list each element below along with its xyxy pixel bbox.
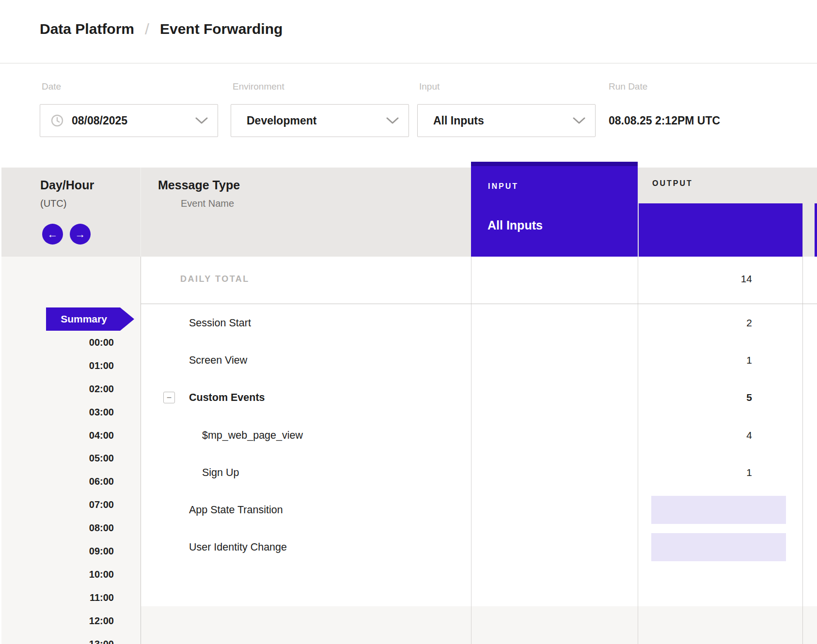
day-hour-header: Day/Hour xyxy=(40,178,94,192)
table-row: Session Start22 xyxy=(141,304,817,341)
hour-label[interactable]: 13:00 xyxy=(0,633,114,644)
input-group-label: INPUT xyxy=(488,182,518,191)
table-row: User Identity Change20 xyxy=(141,529,817,566)
chevron-down-icon xyxy=(386,117,399,124)
row-label: Custom Events xyxy=(189,392,265,404)
hour-label[interactable]: 02:00 xyxy=(0,378,114,401)
daily-total-label: DAILY TOTAL xyxy=(180,274,250,284)
output-value: 0 xyxy=(638,541,817,553)
hour-label[interactable]: 11:00 xyxy=(0,586,114,610)
output-value: 1 xyxy=(638,354,817,366)
date-filter-value: 08/08/2025 xyxy=(72,114,127,127)
event-name-subtitle: Event Name xyxy=(181,198,234,209)
table-rows: Session Start22Screen View11−Custom Even… xyxy=(141,304,817,566)
arrow-right-icon: → xyxy=(75,228,86,241)
environment-filter-value: Development xyxy=(247,114,316,127)
collapse-minus-icon[interactable]: − xyxy=(163,392,175,403)
date-filter-select[interactable]: 08/08/2025 xyxy=(40,104,218,137)
date-filter-label: Date xyxy=(42,81,61,92)
message-type-header: Message Type xyxy=(158,178,240,192)
breadcrumb-section[interactable]: Data Platform xyxy=(40,21,134,37)
hour-label[interactable]: 07:00 xyxy=(0,493,114,517)
run-date-value: 08.08.25 2:12PM UTC xyxy=(609,114,720,127)
table-row: −Custom Events55 xyxy=(141,379,817,416)
column-divider xyxy=(141,168,141,257)
hour-label[interactable]: 09:00 xyxy=(0,540,114,563)
output-group-label: OUTPUT xyxy=(652,179,693,188)
daily-total-output-value: 9 xyxy=(638,273,817,285)
row-label: Screen View xyxy=(189,354,247,366)
hour-label[interactable]: 01:00 xyxy=(0,354,114,378)
input-selected-name: All Inputs xyxy=(487,218,543,232)
top-bar: Data Platform / Event Forwarding xyxy=(0,0,817,63)
input-column-header[interactable]: INPUT All Inputs xyxy=(471,162,638,257)
table-row: Sign Up11 xyxy=(141,454,817,491)
hour-label[interactable]: 12:00 xyxy=(0,610,114,633)
row-label: App State Transition xyxy=(189,504,283,516)
breadcrumb: Data Platform / Event Forwarding xyxy=(40,19,283,39)
next-output-column-sliver xyxy=(815,203,817,257)
output-value: 1 xyxy=(638,504,817,516)
input-filter-select[interactable]: All Inputs xyxy=(417,104,596,137)
hour-label[interactable]: 03:00 xyxy=(0,401,114,424)
hour-label[interactable]: 05:00 xyxy=(0,447,114,470)
hour-label[interactable]: 00:00 xyxy=(0,331,114,354)
table-row: App State Transition41 xyxy=(141,491,817,528)
breadcrumb-separator: / xyxy=(145,20,149,38)
row-label: Session Start xyxy=(189,317,251,329)
hour-list: 00:0001:0002:0003:0004:0005:0006:0007:00… xyxy=(0,331,114,644)
previous-day-button[interactable]: ← xyxy=(42,224,63,245)
row-label: User Identity Change xyxy=(189,541,287,553)
event-forwarding-page: Data Platform / Event Forwarding Date En… xyxy=(0,0,817,644)
breadcrumb-page: Event Forwarding xyxy=(160,21,283,37)
output-value: 4 xyxy=(638,429,817,441)
run-date-label: Run Date xyxy=(609,81,647,92)
clock-icon xyxy=(51,114,63,127)
output-value: 2 xyxy=(638,317,817,329)
summary-tab[interactable]: Summary xyxy=(46,307,134,331)
environment-filter-label: Environment xyxy=(233,81,284,92)
hour-label[interactable]: 04:00 xyxy=(0,424,114,447)
input-filter-value: All Inputs xyxy=(433,114,484,127)
chevron-down-icon xyxy=(195,117,208,124)
output-value: 1 xyxy=(638,467,817,478)
table-row: $mp_web_page_view44 xyxy=(141,416,817,454)
summary-tab-label: Summary xyxy=(61,313,107,325)
daily-total-row: DAILY TOTAL 14 9 xyxy=(141,257,817,304)
table-row: Screen View11 xyxy=(141,341,817,379)
day-hour-subtitle: (UTC) xyxy=(40,198,66,209)
hour-label[interactable]: 10:00 xyxy=(0,563,114,586)
chevron-down-icon xyxy=(573,117,585,124)
arrow-left-icon: ← xyxy=(47,228,58,241)
environment-filter-select[interactable]: Development xyxy=(231,104,409,137)
table-footer-band xyxy=(141,606,817,644)
row-label: Sign Up xyxy=(202,466,239,478)
input-filter-label: Input xyxy=(419,81,440,92)
next-day-button[interactable]: → xyxy=(70,224,91,245)
output-value: 5 xyxy=(638,392,817,403)
mixpanel-column-header[interactable]: Mixpanel Mixpanel MB Music Finder xyxy=(639,203,802,257)
hour-label[interactable]: 06:00 xyxy=(0,470,114,493)
hour-label[interactable]: 08:00 xyxy=(0,517,114,540)
row-label: $mp_web_page_view xyxy=(202,429,303,441)
